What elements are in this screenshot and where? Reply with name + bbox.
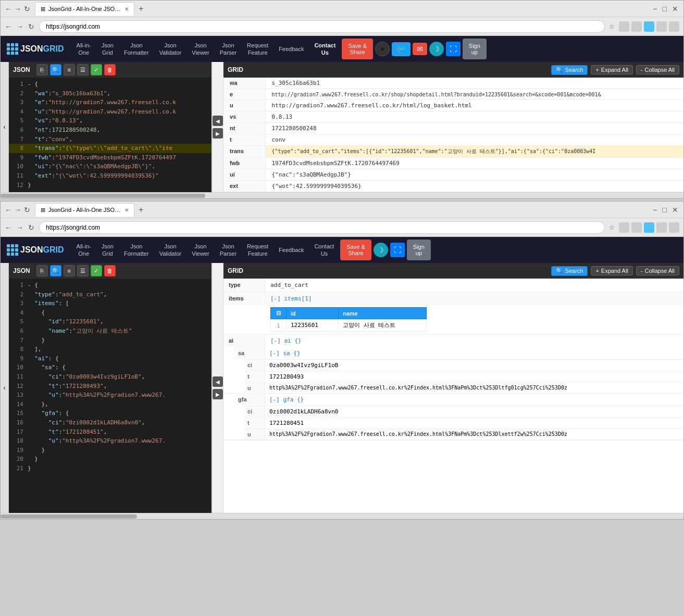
signup-btn-2[interactable]: Signup (407, 240, 431, 260)
bookmark-icon-1[interactable]: ☆ (609, 23, 615, 30)
back-btn-2[interactable]: ← (5, 206, 12, 213)
back-btn-1[interactable]: ← (5, 5, 12, 12)
json-format-btn-2[interactable]: ≡ (64, 265, 75, 276)
nav-formatter-2[interactable]: JsonFormatter (120, 240, 153, 261)
json-line-w2-7: 7 } (9, 336, 212, 345)
nav-validator-1[interactable]: JsonValidator (155, 39, 186, 60)
row-u-gfa: u http%3A%2F%2Fgradion7.www267.freesell.… (244, 429, 683, 439)
addr-refresh-2[interactable]: ↻ (28, 224, 35, 231)
close-btn-2[interactable]: ✕ (671, 205, 679, 215)
addr-forward-2[interactable]: → (16, 224, 23, 231)
search-btn-2[interactable]: 🔍 Search (551, 266, 588, 276)
grid-value-t-gfa: 1721280451 (265, 418, 308, 429)
minimize-btn-2[interactable]: − (652, 205, 658, 215)
maximize-btn-1[interactable]: □ (662, 4, 668, 14)
nav-contact-2[interactable]: ContactUs (310, 240, 338, 261)
grid-key: vs (223, 111, 265, 123)
refresh-btn-2[interactable]: ↻ (23, 206, 31, 213)
minimize-btn-1[interactable]: − (652, 4, 658, 14)
side-expand-left-1[interactable]: ‹ (1, 62, 9, 192)
nav-contact-1[interactable]: ContactUs (310, 39, 340, 60)
forward-btn-2[interactable]: → (14, 206, 21, 213)
json-delete-btn-2[interactable]: 🗑 (104, 265, 116, 276)
json-line-3: 3 "e": "http://gradion7.www267.freesell.… (9, 98, 212, 107)
json-check-btn-1[interactable]: ✓ (91, 64, 102, 76)
json-line-w2-4: 4 { (9, 308, 212, 318)
refresh-btn-1[interactable]: ↻ (23, 5, 31, 12)
nav-allinone-1[interactable]: All-in-One (72, 39, 95, 60)
main-container-1: ‹ JSON ⎘ 🔍 ≡ ☰ ✓ 🗑 1 - { (1, 62, 683, 192)
nav-jsongrid-1[interactable]: JsonGrid (97, 39, 118, 60)
active-tab-1[interactable]: ⊞ JsonGrid - All-In-One JSON S... ✕ (35, 2, 134, 16)
grid-value-ci-sa: 0za0003w4Ivz9giLF1oB (265, 360, 342, 371)
fullscreen-btn-2[interactable]: ⛶ (390, 243, 405, 257)
new-tab-btn-2[interactable]: + (135, 204, 146, 216)
active-tab-2[interactable]: ⊞ JsonGrid - All-In-One JSON S... ✕ (35, 203, 134, 217)
nav-request-2[interactable]: RequestFeature (243, 240, 272, 261)
scroll-up-2[interactable]: ◀ (213, 376, 223, 387)
theme-btn-2[interactable]: ☽ (374, 243, 388, 257)
json-search-btn-2[interactable]: 🔍 (50, 265, 61, 276)
nav-parser-2[interactable]: JsonParser (216, 240, 241, 261)
json-format-btn-1[interactable]: ≡ (64, 64, 75, 76)
json-line-w2-8: 8 ], (9, 345, 212, 354)
nav-controls-2: ← → ↻ (5, 206, 31, 213)
nav-jsongrid-2[interactable]: JsonGrid (97, 240, 118, 261)
theme-btn-1[interactable]: ☽ (429, 42, 444, 56)
signup-btn-1[interactable]: Signup (463, 39, 487, 59)
nav-feedback-2[interactable]: Feedback (275, 243, 308, 257)
fullscreen-btn-1[interactable]: ⛶ (446, 42, 461, 56)
grid-content-1: wa s_305c16ba63b1 e http://gradion7.www2… (223, 78, 683, 192)
json-copy-btn-2[interactable]: ⎘ (36, 265, 48, 276)
address-field-1[interactable] (39, 20, 605, 33)
nav-request-1[interactable]: RequestFeature (243, 39, 272, 60)
search-btn-1[interactable]: 🔍 Search (551, 65, 588, 75)
plus-btn-1[interactable]: + (375, 42, 390, 56)
nav-allinone-2[interactable]: All-in-One (72, 240, 95, 261)
json-tree-btn-2[interactable]: ☰ (77, 265, 89, 276)
expand-all-btn-2[interactable]: + Expand All (591, 266, 632, 275)
collapse-all-btn-2[interactable]: - Collapse All (636, 266, 679, 275)
json-line-w2-6: 6 "name": "고양이 사료 테스트" (9, 326, 212, 336)
col-id: id (287, 308, 339, 319)
brand-2: JSONGRID (7, 244, 64, 256)
scroll-down-1[interactable]: ▶ (213, 128, 223, 139)
nav-validator-2[interactable]: JsonValidator (155, 240, 186, 261)
nav-parser-1[interactable]: JsonParser (216, 39, 241, 60)
grid-key-t-gfa: t (244, 418, 265, 429)
json-search-btn-1[interactable]: 🔍 (50, 64, 61, 76)
expand-all-btn-1[interactable]: + Expand All (591, 65, 632, 74)
h-scrollbar-1[interactable] (1, 192, 683, 198)
json-line-w2-18: 18 "u": "http%3A%2F%2Fgradion7.www267. (9, 436, 212, 446)
twitter-btn-1[interactable]: 🐦 (392, 42, 411, 56)
json-delete-btn-1[interactable]: 🗑 (104, 64, 116, 76)
addr-back-1[interactable]: ← (5, 23, 12, 30)
addr-refresh-1[interactable]: ↻ (28, 23, 35, 30)
mail-btn-1[interactable]: ✉ (413, 43, 427, 55)
nav-feedback-1[interactable]: Feedback (275, 42, 308, 56)
save-share-btn-1[interactable]: Save &Share (342, 39, 372, 59)
forward-btn-1[interactable]: → (14, 5, 21, 12)
tab-close-1[interactable]: ✕ (125, 6, 129, 12)
save-share-btn-2[interactable]: Save &Share (340, 240, 371, 260)
json-copy-btn-1[interactable]: ⎘ (36, 64, 48, 76)
new-tab-btn-1[interactable]: + (135, 3, 146, 15)
addr-forward-1[interactable]: → (16, 23, 23, 30)
nav-viewer-2[interactable]: JsonViewer (188, 240, 213, 261)
close-btn-1[interactable]: ✕ (671, 4, 679, 14)
json-check-btn-2[interactable]: ✓ (91, 265, 102, 276)
h-scrollbar-2[interactable] (1, 513, 683, 519)
collapse-all-btn-1[interactable]: - Collapse All (636, 65, 679, 74)
addr-back-2[interactable]: ← (5, 224, 12, 231)
json-tree-btn-1[interactable]: ☰ (77, 64, 89, 76)
nav-viewer-1[interactable]: JsonViewer (188, 39, 213, 60)
scroll-down-2[interactable]: ▶ (213, 389, 223, 399)
tab-close-2[interactable]: ✕ (125, 207, 129, 213)
grid-value: s_305c16ba63b1 (265, 78, 683, 89)
scroll-up-1[interactable]: ◀ (213, 116, 223, 126)
nav-formatter-1[interactable]: JsonFormatter (120, 39, 153, 60)
maximize-btn-2[interactable]: □ (662, 205, 668, 215)
address-field-2[interactable] (39, 221, 605, 234)
side-expand-left-2[interactable]: ‹ (1, 263, 9, 513)
bookmark-icon-2[interactable]: ☆ (609, 224, 615, 231)
